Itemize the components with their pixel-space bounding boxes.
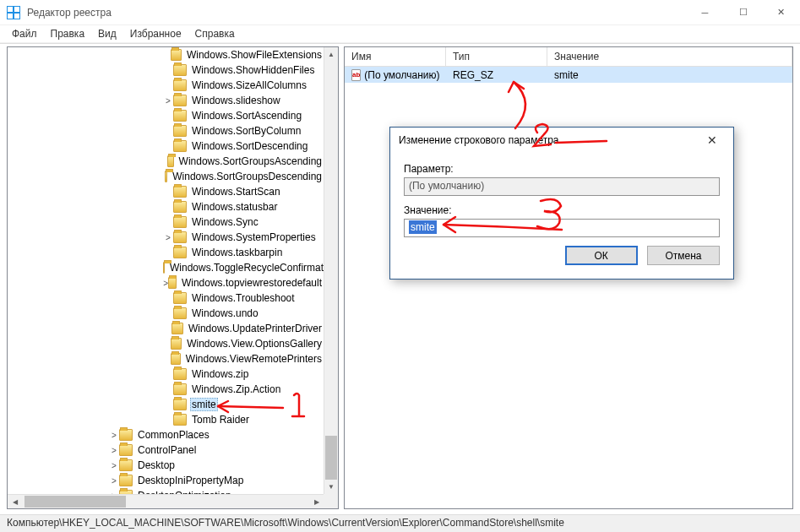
- tree-item-label: DesktopIniPropertyMap: [136, 475, 245, 486]
- expand-icon[interactable]: >: [109, 461, 119, 470]
- tree-item[interactable]: >Windows.topviewrestoredefault: [8, 275, 324, 290]
- tree-hscroll-thumb[interactable]: [24, 496, 126, 508]
- tree-horizontal-scrollbar[interactable]: ◀ ▶: [8, 494, 324, 508]
- tree-item[interactable]: >DesktopOptimization: [8, 488, 324, 494]
- svg-rect-2: [14, 7, 19, 12]
- folder-icon: [171, 353, 181, 365]
- menu-help[interactable]: Справка: [188, 26, 242, 41]
- folder-icon: [173, 292, 187, 304]
- folder-icon: [173, 368, 187, 380]
- tree-vertical-scrollbar[interactable]: ▲ ▼: [324, 47, 338, 494]
- menu-favorites[interactable]: Избранное: [123, 26, 188, 41]
- expand-icon[interactable]: >: [109, 446, 119, 455]
- tree-item[interactable]: Windows.taskbarpin: [8, 245, 324, 260]
- col-name[interactable]: Имя: [345, 47, 446, 66]
- tree-item[interactable]: smite: [8, 397, 324, 412]
- tree-item[interactable]: >DesktopIniPropertyMap: [8, 473, 324, 488]
- tree-item-label: CommonPlaces: [136, 429, 211, 441]
- tree-item[interactable]: Windows.View.OptionsGallery: [8, 336, 324, 351]
- folder-icon: [163, 262, 165, 274]
- value-field[interactable]: smite: [404, 219, 720, 237]
- tree-item-label: Windows.SizeAllColumns: [190, 79, 308, 91]
- folder-icon: [171, 49, 182, 61]
- tree-item[interactable]: Windows.ShowHiddenFiles: [8, 62, 324, 78]
- close-button[interactable]: ✕: [762, 0, 800, 25]
- tree-item-label: Windows.ViewRemotePrinters: [184, 353, 324, 365]
- col-type[interactable]: Тип: [446, 47, 547, 66]
- tree-item-label: ControlPanel: [136, 444, 198, 456]
- tree-item[interactable]: Windows.StartScan: [8, 184, 324, 199]
- tree-item[interactable]: Windows.SortGroupsAscending: [8, 154, 324, 169]
- tree-item[interactable]: Windows.SortByColumn: [8, 123, 324, 138]
- expand-icon[interactable]: >: [109, 431, 119, 440]
- folder-icon: [173, 231, 187, 243]
- menu-bar: Файл Правка Вид Избранное Справка: [0, 25, 800, 43]
- tree-item-label: Windows.statusbar: [190, 201, 279, 213]
- menu-edit[interactable]: Правка: [44, 26, 92, 41]
- param-label: Параметр:: [404, 163, 720, 175]
- folder-icon: [173, 79, 187, 91]
- tree-item-label: Windows.ToggleRecycleConfirmations: [168, 262, 324, 274]
- tree-item-label: Windows.SortAscending: [190, 110, 303, 122]
- param-field: (По умолчанию): [404, 177, 720, 196]
- tree-item[interactable]: Windows.SizeAllColumns: [8, 78, 324, 93]
- tree-item[interactable]: Windows.SortAscending: [8, 108, 324, 123]
- window-title: Редактор реестра: [27, 7, 686, 19]
- tree-pane: Windows.ShowFileExtensionsWindows.ShowHi…: [7, 46, 339, 509]
- tree-item[interactable]: Windows.statusbar: [8, 199, 324, 214]
- tree-item-label: Windows.undo: [190, 307, 260, 319]
- tree-item-label: Windows.Zip.Action: [190, 383, 282, 395]
- tree-item-label: Windows.SortGroupsDescending: [171, 171, 324, 182]
- dialog-close-button[interactable]: ✕: [699, 128, 725, 153]
- tree-item[interactable]: >CommonPlaces: [8, 427, 324, 442]
- expand-icon[interactable]: >: [163, 233, 173, 242]
- tree-item[interactable]: >ControlPanel: [8, 442, 324, 458]
- tree-item[interactable]: Windows.ToggleRecycleConfirmations: [8, 260, 324, 275]
- folder-icon: [173, 186, 187, 198]
- tree-item[interactable]: >Windows.SystemProperties: [8, 230, 324, 245]
- menu-file[interactable]: Файл: [5, 26, 44, 41]
- tree-item[interactable]: Windows.zip: [8, 366, 324, 382]
- folder-icon: [173, 140, 187, 152]
- tree-item-label: Windows.slideshow: [190, 95, 282, 106]
- svg-rect-3: [8, 14, 13, 19]
- tree-item-label: Windows.View.OptionsGallery: [185, 338, 324, 350]
- folder-icon: [165, 171, 168, 182]
- folder-icon: [173, 383, 187, 395]
- folder-icon: [119, 475, 133, 486]
- tree-item-label: Windows.SortGroupsAscending: [177, 155, 324, 167]
- col-value[interactable]: Значение: [547, 47, 792, 66]
- maximize-button[interactable]: ☐: [724, 0, 762, 25]
- tree-item[interactable]: Windows.ViewRemotePrinters: [8, 351, 324, 366]
- ok-button[interactable]: ОК: [565, 246, 638, 265]
- folder-icon: [171, 338, 182, 350]
- value-label: Значение:: [404, 204, 720, 216]
- expand-icon[interactable]: >: [163, 96, 173, 106]
- tree-item-label: Windows.UpdatePrinterDriver: [187, 323, 324, 334]
- edit-string-dialog: Изменение строкового параметра ✕ Парамет…: [389, 127, 734, 280]
- tree-item[interactable]: Windows.Troubleshoot: [8, 290, 324, 306]
- tree-item[interactable]: Tomb Raider: [8, 412, 324, 427]
- tree-item[interactable]: Windows.UpdatePrinterDriver: [8, 321, 324, 336]
- value-row-default[interactable]: ab (По умолчанию) REG_SZ smite: [345, 67, 792, 83]
- tree-item[interactable]: >Desktop: [8, 458, 324, 473]
- value-input-text[interactable]: smite: [409, 220, 437, 234]
- menu-view[interactable]: Вид: [91, 26, 123, 41]
- tree-item-label: smite: [190, 398, 218, 411]
- expand-icon[interactable]: >: [109, 476, 119, 486]
- tree-item[interactable]: Windows.SortDescending: [8, 138, 324, 154]
- tree-item[interactable]: Windows.undo: [8, 306, 324, 321]
- folder-icon: [173, 247, 187, 258]
- tree-item-label: Tomb Raider: [190, 414, 251, 426]
- tree-item[interactable]: Windows.Zip.Action: [8, 382, 324, 397]
- tree-item[interactable]: Windows.ShowFileExtensions: [8, 47, 324, 62]
- folder-icon: [119, 444, 133, 456]
- tree-item-label: Windows.SortByColumn: [190, 125, 302, 137]
- cancel-button[interactable]: Отмена: [647, 246, 720, 265]
- tree-item[interactable]: Windows.Sync: [8, 214, 324, 230]
- minimize-button[interactable]: ─: [686, 0, 724, 25]
- tree-item-label: Windows.ShowHiddenFiles: [190, 64, 316, 76]
- tree-item-label: Desktop: [136, 459, 177, 471]
- tree-item[interactable]: >Windows.slideshow: [8, 93, 324, 108]
- tree-item[interactable]: Windows.SortGroupsDescending: [8, 169, 324, 184]
